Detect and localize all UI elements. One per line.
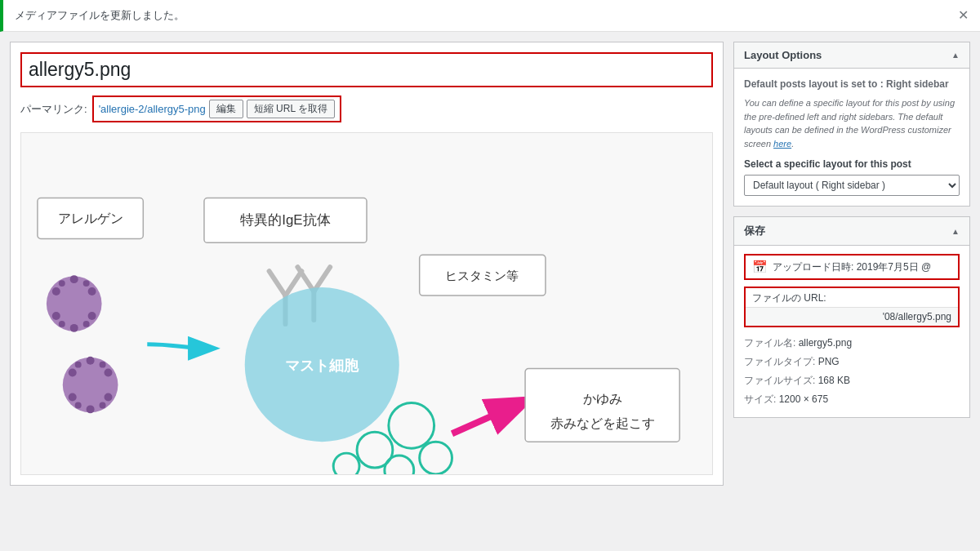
right-sidebar: Layout Options ▲ Default posts layout is… [733,42,970,428]
svg-point-16 [105,369,113,377]
upload-date-row: 📅 アップロード日時: 2019年7月5日 @ [744,254,960,280]
save-header: 保存 ▲ [734,217,969,246]
permalink-link-box: 'allergie-2/allergy5-png 編集 短縮 URL を取得 [92,96,341,122]
file-name-row: ファイル名: allergy5.png [744,334,960,353]
svg-point-17 [87,357,95,365]
svg-point-18 [87,405,95,413]
svg-point-21 [75,362,82,368]
layout-options-toggle-icon[interactable]: ▲ [951,51,960,60]
svg-point-10 [59,280,65,287]
short-url-button[interactable]: 短縮 URL を取得 [247,100,335,118]
file-size-row: ファイルサイズ: 168 KB [744,371,960,390]
file-size-label: ファイルサイズ: [744,375,815,386]
save-toggle-icon[interactable]: ▲ [951,227,960,236]
layout-options-body: Default posts layout is set to : Right s… [734,69,969,206]
svg-point-3 [47,276,102,331]
dimensions-row: サイズ: 980 × 551 [744,390,960,409]
dimensions-label: サイズ: [744,393,776,405]
svg-point-4 [52,287,60,295]
permalink-label: パーマリンク: [20,102,87,117]
dimensions-value: 980 × 551 [779,393,828,405]
file-name-label: ファイル名: [744,337,795,349]
file-type-label: ファイルタイプ: [744,356,815,367]
file-type-row: ファイルタイプ: PNG [744,353,960,371]
svg-point-11 [83,280,90,287]
content-area: パーマリンク: 'allergie-2/allergy5-png 編集 短縮 U… [10,42,724,486]
svg-point-20 [105,393,113,401]
edit-permalink-button[interactable]: 編集 [209,100,243,118]
svg-point-24 [100,402,106,408]
image-preview: アレルゲン [20,132,713,475]
svg-point-23 [75,402,82,408]
layout-options-box: Layout Options ▲ Default posts layout is… [733,42,970,207]
svg-text:特異的IgE抗体: 特異的IgE抗体 [240,212,330,228]
svg-point-7 [70,324,78,332]
layout-customizer-link[interactable]: here [773,139,791,149]
layout-options-header: Layout Options ▲ [734,42,969,69]
svg-point-9 [88,312,96,320]
layout-select[interactable]: Default layout ( Right sidebar ) Left si… [744,175,960,196]
svg-point-14 [63,358,118,413]
svg-point-6 [70,275,78,283]
notice-close-button[interactable]: ✕ [958,9,969,22]
file-title-input[interactable] [20,52,713,87]
file-name-value: allergy5.png [799,337,852,349]
svg-text:ヒスタミン等: ヒスタミン等 [445,269,519,282]
notice-text: メディアファイルを更新しました。 [15,8,185,23]
permalink-row: パーマリンク: 'allergie-2/allergy5-png 編集 短縮 U… [20,96,713,122]
layout-default-label: Default posts layout is set to : Right s… [744,78,960,90]
file-size-value: 168 KB [818,375,850,386]
svg-text:赤みなどを起こす: 赤みなどを起こす [550,416,655,430]
file-url-input[interactable] [746,307,958,326]
svg-text:マスト細胞: マスト細胞 [285,358,359,374]
save-title: 保存 [744,224,765,238]
file-type-value: PNG [818,356,840,367]
svg-point-22 [100,362,106,368]
svg-point-19 [69,393,77,401]
notice-bar: メディアファイルを更新しました。 ✕ [0,0,980,32]
layout-info-text: You can define a specific layout for thi… [744,96,960,150]
main-layout: パーマリンク: 'allergie-2/allergy5-png 編集 短縮 U… [0,32,980,486]
svg-point-12 [59,321,65,327]
permalink-link[interactable]: 'allergie-2/allergy5-png [99,103,206,115]
svg-point-5 [88,287,96,295]
save-body: 📅 アップロード日時: 2019年7月5日 @ ファイルの URL: ファイル名… [734,246,969,417]
file-url-label: ファイルの URL: [746,288,958,307]
upload-date-text: アップロード日時: 2019年7月5日 @ [773,260,931,274]
layout-options-title: Layout Options [744,49,822,61]
svg-point-13 [83,321,90,327]
svg-text:アレルゲン: アレルゲン [58,211,123,225]
svg-point-15 [69,369,77,377]
calendar-icon: 📅 [752,260,768,274]
file-url-box: ファイルの URL: [744,287,960,327]
svg-text:かゆみ: かゆみ [583,392,622,406]
save-box: 保存 ▲ 📅 アップロード日時: 2019年7月5日 @ ファイルの URL: … [733,216,970,418]
layout-select-label: Select a specific layout for this post [744,158,960,170]
svg-point-8 [52,312,60,320]
